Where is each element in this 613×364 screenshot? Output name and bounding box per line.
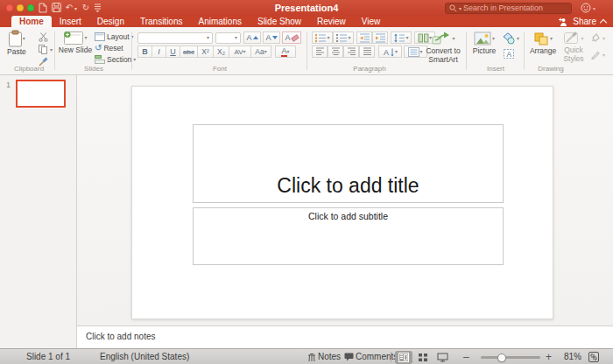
paste-button[interactable]: ▾ Paste [7,30,26,56]
font-group-label: Font [135,65,305,73]
superscript-button[interactable]: X² [197,46,214,58]
font-color-button[interactable]: A ▾ [275,46,296,58]
language-indicator[interactable]: English (United States) [100,352,189,361]
tab-review[interactable]: Review [309,16,354,27]
reset-label: Reset [103,44,123,52]
group-separator [466,32,467,70]
italic-button[interactable]: I [151,46,166,58]
shape-outline-button[interactable]: ▾ [590,50,605,60]
shape-outline-caret-icon: ▾ [602,52,605,58]
bold-label: B [142,47,148,56]
shape-fill-button[interactable]: ▾ [590,33,605,43]
search-input[interactable] [463,4,567,12]
decrease-indent-button[interactable] [356,32,372,44]
slide-thumbnail[interactable] [16,80,66,108]
tab-home[interactable]: Home [11,16,52,27]
slide-sorter-view-button[interactable] [414,351,432,364]
share-button[interactable]: Share [573,17,596,26]
clipboard-group: ▾ Paste ▾ [5,27,53,74]
decrease-indent-icon [359,33,370,43]
tab-view[interactable]: View [354,16,389,27]
comments-toggle-button[interactable]: Comments [356,352,398,361]
shapes-button[interactable]: ▾ [501,32,519,45]
text-direction-caret-icon: ▾ [395,49,398,54]
ribbon: ▾ Paste ▾ [0,27,613,75]
tab-slide-show[interactable]: Slide Show [250,16,309,27]
customize-toolbar-icon[interactable] [94,4,102,12]
font-size-select[interactable]: ▾ [215,32,241,44]
clear-formatting-button[interactable]: A [282,32,301,44]
text-direction-button[interactable]: A ▾ [378,46,402,58]
zoom-level[interactable]: 81% [564,352,581,361]
subtitle-placeholder[interactable]: Click to add subtitle [193,207,504,265]
font-name-select[interactable]: ▾ [137,32,213,44]
arrange-button[interactable]: ▾ Arrange [527,32,559,55]
close-window-button[interactable] [6,4,13,11]
strikethrough-button[interactable]: abc [180,46,198,58]
line-spacing-button[interactable]: ▾ [391,32,412,44]
shapes-caret-icon: ▾ [517,36,519,41]
quick-styles-button[interactable]: ▾ Quick Styles [559,32,588,62]
section-icon [95,55,105,64]
save-icon[interactable] [52,3,61,12]
copy-button[interactable]: ▾ [39,45,53,54]
change-case-button[interactable]: Aa ▾ [250,46,271,58]
slide-canvas[interactable]: Click to add title Click to add subtitle [131,86,553,319]
align-center-button[interactable] [328,46,343,58]
normal-view-button[interactable] [395,351,412,364]
fit-slide-to-window-icon[interactable] [588,352,599,362]
italic-label: I [158,47,160,56]
slides-group: ▾ New Slide Layout ▾ ↺ Reset [58,27,130,74]
notes-toggle-button[interactable]: Notes [318,352,341,361]
tab-insert[interactable]: Insert [52,16,89,27]
zoom-slider[interactable] [481,356,540,359]
justify-button[interactable] [359,46,375,58]
tab-design[interactable]: Design [89,16,132,27]
character-spacing-button[interactable]: AV ▾ [229,46,251,58]
grow-font-button[interactable]: A [243,32,261,44]
tab-animations[interactable]: Animations [191,16,250,27]
zoom-out-button[interactable]: – [463,351,469,363]
change-case-caret-icon: ▾ [264,49,267,54]
feedback-smiley-icon[interactable] [581,3,591,13]
text-box-button[interactable]: A [503,48,515,60]
picture-button[interactable]: ▾ Picture [469,32,499,55]
quick-styles-caret-icon: ▾ [581,36,583,41]
new-document-icon[interactable] [39,3,47,13]
slide-show-view-button[interactable] [433,351,451,364]
feedback-caret-icon[interactable]: ▾ [593,5,595,11]
bold-button[interactable]: B [137,46,152,58]
insert-group-label: Insert [469,65,522,73]
title-placeholder[interactable]: Click to add title [193,124,504,203]
underline-button[interactable]: U [166,46,180,58]
redo-icon[interactable]: ↻ [81,2,91,13]
convert-to-smartart-button[interactable]: ▾ Convert to SmartArt [422,32,464,63]
notes-pane[interactable]: Click to add notes [77,326,613,348]
numbering-button[interactable]: ▾ [333,32,354,44]
search-scope-caret-icon[interactable]: ▾ [459,5,462,11]
clear-formatting-eraser-icon [291,34,299,42]
shrink-font-button[interactable]: A [263,32,280,44]
section-label: Section [107,55,131,64]
undo-icon[interactable]: ↶ [64,2,74,13]
increase-indent-button[interactable] [372,32,388,44]
align-right-button[interactable] [343,46,359,58]
align-left-button[interactable] [312,46,328,58]
section-button[interactable]: Section ▾ [95,55,136,64]
cut-button[interactable] [39,32,48,42]
comments-toggle-icon [344,353,354,361]
ribbon-tab-bar: Home Insert Design Transitions Animation… [0,16,613,27]
search-box[interactable]: ▾ [445,3,572,14]
zoom-slider-thumb[interactable] [497,354,506,362]
new-slide-button[interactable]: ▾ New Slide [58,31,93,54]
zoom-in-button[interactable]: + [546,351,552,363]
zoom-window-button[interactable] [27,4,34,11]
minimize-window-button[interactable] [17,4,24,11]
layout-button[interactable]: Layout ▾ [95,32,134,41]
subscript-button[interactable]: X₂ [213,46,229,58]
bullets-button[interactable]: ▾ [312,32,333,44]
reset-button[interactable]: ↺ Reset [95,44,123,52]
undo-caret-icon[interactable]: ▾ [74,5,77,11]
tab-transitions[interactable]: Transitions [132,16,191,27]
collapse-ribbon-icon[interactable] [600,19,607,26]
